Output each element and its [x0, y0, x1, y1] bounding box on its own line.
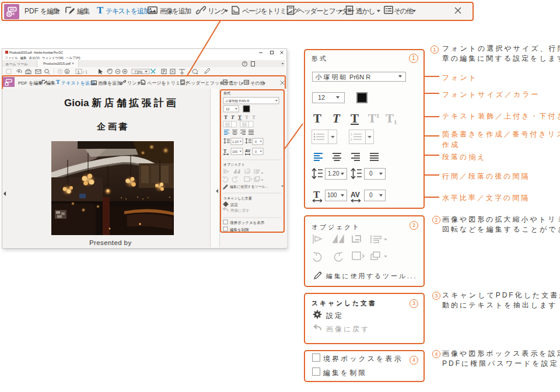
svg-text:AV: AV	[351, 191, 360, 199]
svg-text:T: T	[313, 189, 320, 200]
svg-text:1: 1	[78, 70, 80, 74]
svg-text:1: 1	[351, 132, 352, 136]
svg-text:73%: 73%	[134, 70, 142, 74]
svg-text:2: 2	[351, 138, 352, 141]
svg-text:/ 1: / 1	[83, 70, 88, 74]
